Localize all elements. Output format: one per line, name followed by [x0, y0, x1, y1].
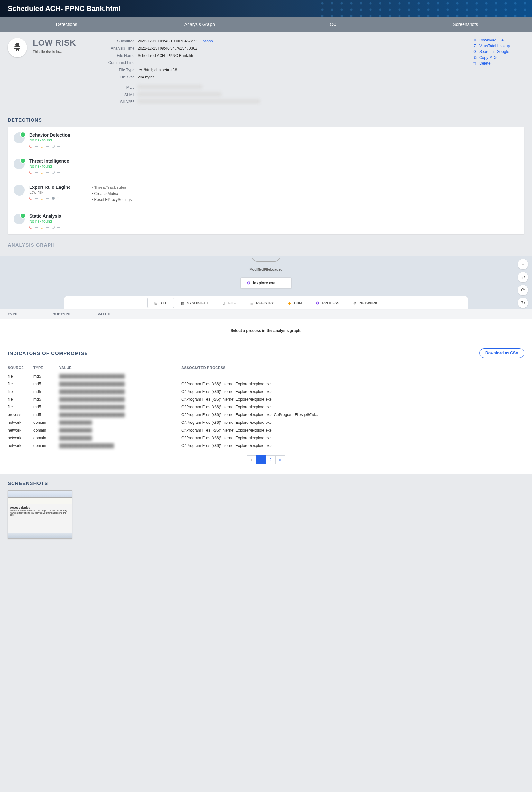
ioc-row[interactable]: networkdomain████████████████████C:\Prog… [8, 442, 524, 449]
redo-button[interactable]: ↻ [518, 298, 528, 308]
detection-row[interactable]: Expert Rule EngineLow risk——2• ThreatTra… [8, 179, 524, 209]
pager-page-1[interactable]: 1 [256, 455, 266, 464]
copy-icon: ⧉ [473, 55, 477, 60]
ioc-heading: INDICATORS OF COMPROMISE [8, 350, 88, 356]
screenshot-thumbnail[interactable]: Access denied You do not have access to … [8, 490, 72, 539]
detection-row[interactable]: ↓Static AnalysisNo risk found——— [8, 208, 524, 234]
detection-icon: ↓ [14, 158, 25, 170]
ioc-table-header: SOURCE TYPE VALUE ASSOCIATED PROCESS [8, 363, 524, 372]
detection-severity-dots: ——2 [29, 196, 81, 200]
trash-icon: 🗑 [473, 61, 477, 65]
ioc-row[interactable]: filemd5████████████████████████ [8, 372, 524, 380]
metadata-list: Submitted2022-12-23T09:45:19.007345727ZO… [99, 38, 465, 105]
detection-name: Threat Intelligence [29, 158, 81, 164]
delete-link[interactable]: 🗑Delete [473, 61, 524, 65]
copy-md5-link[interactable]: ⧉Copy MD5 [473, 55, 524, 60]
detection-name: Behavior Detection [29, 133, 81, 138]
tab-detections[interactable]: Detections [0, 17, 133, 32]
summary-panel: LOW RISK This file risk is low. Submitte… [0, 32, 532, 113]
detection-severity-dots: ——— [29, 144, 81, 148]
filter-all[interactable]: ⊞ALL [147, 298, 174, 308]
detection-icon: ↓ [14, 133, 25, 143]
sha256-value [138, 99, 260, 103]
detection-icon: ↓ [14, 213, 25, 225]
window-title-bar: Scheduled ACH- PPNC Bank.html [0, 0, 532, 17]
ioc-pagination: « 1 2 » [8, 455, 524, 464]
main-tabs: Detections Analysis Graph IOC Screenshot… [0, 17, 532, 32]
network-icon: ⊕ [354, 301, 357, 305]
ioc-row[interactable]: filemd5████████████████████████C:\Progra… [8, 388, 524, 395]
detection-icon [14, 185, 25, 195]
detection-status: Low risk [29, 190, 81, 195]
tab-analysis-graph[interactable]: Analysis Graph [133, 17, 266, 32]
virustotal-icon: Σ [473, 44, 477, 48]
file-title: Scheduled ACH- PPNC Bank.html [8, 4, 121, 13]
ioc-row[interactable]: processmd5████████████████████████C:\Pro… [8, 411, 524, 419]
detection-severity-dots: ——— [29, 170, 81, 174]
ioc-row[interactable]: networkdomain████████████C:\Program File… [8, 426, 524, 434]
ioc-row[interactable]: networkdomain████████████C:\Program File… [8, 434, 524, 442]
pager-next[interactable]: » [275, 455, 285, 464]
sha1-value [138, 92, 221, 96]
tab-ioc[interactable]: IOC [266, 17, 399, 32]
filter-network[interactable]: ⊕NETWORK [346, 296, 385, 309]
md5-value [138, 85, 202, 89]
actions-panel: ⬇Download File ΣVirusTotal Lookup GSearc… [473, 38, 524, 105]
ioc-row[interactable]: filemd5████████████████████████C:\Progra… [8, 380, 524, 388]
detections-card: ↓Behavior DetectionNo risk found———↓Thre… [8, 127, 524, 235]
options-link[interactable]: Options [200, 39, 213, 43]
detection-details [85, 213, 518, 229]
graph-edge-label: ModifiedFileLoaded [0, 268, 532, 271]
detection-name: Static Analysis [29, 213, 81, 219]
check-badge-icon: ↓ [20, 158, 26, 164]
detection-status: No risk found [29, 138, 81, 142]
screenshots-heading: SCREENSHOTS [8, 480, 524, 486]
download-csv-button[interactable]: Download as CSV [479, 348, 524, 358]
risk-icon [8, 38, 27, 57]
detection-details [85, 158, 518, 174]
download-file-link[interactable]: ⬇Download File [473, 38, 524, 42]
detection-name: Expert Rule Engine [29, 185, 81, 190]
detection-status: No risk found [29, 219, 81, 224]
risk-level: LOW RISK [33, 38, 76, 48]
ioc-row[interactable]: filemd5████████████████████████C:\Progra… [8, 395, 524, 403]
sysobject-icon: ▤ [181, 301, 185, 305]
graph-node-iexplore[interactable]: ⚙ iexplore.exe [240, 277, 292, 289]
detection-row[interactable]: ↓Behavior DetectionNo risk found——— [8, 127, 524, 153]
reorder-button[interactable]: ⇄ [518, 272, 528, 282]
ioc-row[interactable]: networkdomain████████████C:\Program File… [8, 419, 524, 426]
filter-com[interactable]: ◆COM [281, 296, 309, 309]
analysis-graph-heading: ANALYSIS GRAPH [8, 242, 524, 248]
pager-prev[interactable]: « [247, 455, 257, 464]
filter-process[interactable]: ⚙PROCESS [309, 296, 346, 309]
virustotal-link[interactable]: ΣVirusTotal Lookup [473, 44, 524, 48]
download-icon: ⬇ [473, 38, 477, 42]
analysis-graph-canvas[interactable]: ModifiedFileLoaded ⚙ iexplore.exe − ⇄ ⟳ … [0, 256, 532, 309]
check-badge-icon: ↓ [20, 132, 26, 138]
risk-description: This file risk is low. [33, 50, 76, 54]
zoom-out-button[interactable]: − [518, 259, 528, 269]
filter-registry[interactable]: ⚎REGISTRY [243, 296, 281, 309]
detection-severity-dots: ——— [29, 226, 81, 229]
file-icon: ▯ [223, 301, 226, 305]
pager-page-2[interactable]: 2 [266, 455, 276, 464]
google-search-link[interactable]: GSearch in Google [473, 50, 524, 54]
check-badge-icon: ↓ [20, 213, 26, 219]
ioc-row[interactable]: filemd5████████████████████████C:\Progra… [8, 403, 524, 411]
graph-table-header: TYPE SUBTYPE VALUE [0, 309, 532, 319]
tab-screenshots[interactable]: Screenshots [399, 17, 532, 32]
graph-filter-tabs: ⊞ALL ▤SYSOBJECT ▯FILE ⚎REGISTRY ◆COM ⚙PR… [64, 296, 468, 309]
refresh-button[interactable]: ⟳ [518, 285, 528, 295]
detection-details [85, 133, 518, 148]
process-icon: ⚙ [316, 301, 320, 305]
google-icon: G [473, 50, 477, 54]
detection-details: • ThreatTrack rulesCreatesMutexResetIEPr… [85, 185, 518, 203]
detections-heading: DETECTIONS [8, 117, 524, 122]
gear-icon: ⚙ [247, 281, 250, 285]
com-icon: ◆ [288, 301, 292, 305]
grid-icon: ⊞ [154, 301, 158, 305]
filter-sysobject[interactable]: ▤SYSOBJECT [174, 296, 215, 309]
detection-row[interactable]: ↓Threat IntelligenceNo risk found——— [8, 153, 524, 179]
filter-file[interactable]: ▯FILE [215, 296, 243, 309]
graph-table-empty: Select a process in the analysis graph. [0, 319, 532, 342]
